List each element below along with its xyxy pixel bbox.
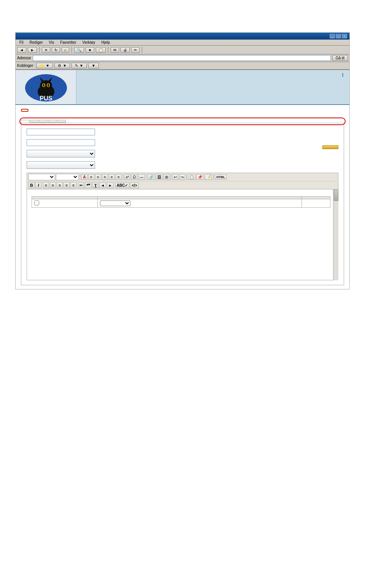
- redo-button[interactable]: ↪: [179, 174, 185, 180]
- paste-button[interactable]: 📌: [196, 174, 204, 180]
- tab-files[interactable]: [30, 120, 38, 123]
- justify-button[interactable]: ≡: [116, 174, 122, 180]
- toolbar-sep-6: [213, 174, 214, 180]
- sorted-select[interactable]: [27, 161, 95, 169]
- italic-button[interactable]: I: [35, 182, 41, 188]
- toolbar-separator-3: [108, 46, 108, 53]
- scrollbar-track[interactable]: [333, 189, 338, 280]
- svg-point-8: [48, 84, 49, 87]
- svg-point-2: [40, 80, 52, 91]
- ie-titlebar: _ □ ×: [16, 33, 349, 40]
- stop-button[interactable]: ✕: [42, 47, 50, 53]
- kontroller-button[interactable]: ⚙ ▼: [54, 63, 70, 68]
- toolbar-separator-2: [71, 46, 72, 53]
- toolbar-sep-5: [186, 174, 187, 180]
- table-type-select[interactable]: [100, 200, 130, 206]
- copy-button[interactable]: 📋: [188, 174, 195, 180]
- links-label: Koblinger: [17, 64, 33, 68]
- subsection-heading: [15, 18, 350, 25]
- wysiwyg-toolbar-2: B I ≡ ≡ ≡ ≡ ≡ ✂ ❝❞ T̲ ◄ ► ABC✓ </>: [27, 181, 338, 189]
- view-menu[interactable]: Vis: [47, 40, 57, 45]
- indent-button[interactable]: ≡: [102, 174, 108, 180]
- alias-input[interactable]: [27, 139, 95, 146]
- undo-button[interactable]: ↩: [172, 174, 178, 180]
- table-row-checkbox[interactable]: [34, 200, 39, 205]
- go-button[interactable]: Gå til: [332, 55, 348, 61]
- align-right-button[interactable]: ≡: [57, 182, 63, 188]
- autofyll-button[interactable]: ✎ ▼: [71, 63, 87, 68]
- page-title-input[interactable]: [27, 129, 95, 135]
- edit-button[interactable]: ✏: [131, 47, 140, 53]
- search-button[interactable]: 🔍: [74, 47, 84, 53]
- close-button[interactable]: ×: [342, 34, 347, 38]
- html-button[interactable]: HTML: [215, 175, 226, 180]
- ie-links-bar: Koblinger ⭐ ▼ ⚙ ▼ ✎ ▼ ▼: [16, 62, 349, 70]
- tools-menu[interactable]: Verktøy: [80, 40, 98, 45]
- outdent-button[interactable]: ≡: [109, 174, 115, 180]
- link-button[interactable]: 🔗: [148, 174, 155, 180]
- left-arrow-button[interactable]: ◄: [99, 183, 106, 188]
- align-center-button[interactable]: ≡: [50, 182, 56, 188]
- page-edit-title: [21, 109, 29, 112]
- tab-content[interactable]: [21, 120, 29, 123]
- content-editor-container: [27, 189, 338, 280]
- refresh-button[interactable]: ↻: [52, 47, 60, 53]
- ordered-list-button[interactable]: ≡: [95, 174, 101, 180]
- home-button[interactable]: ⌂: [62, 47, 69, 53]
- mail-button[interactable]: ✉: [111, 47, 119, 53]
- print-button[interactable]: 🖨: [121, 47, 130, 53]
- window-controls: _ □ ×: [330, 34, 347, 38]
- table-header-navn: [32, 197, 98, 199]
- unordered-list-button[interactable]: ≡: [88, 174, 94, 180]
- edit-menu[interactable]: Rediger: [27, 40, 45, 45]
- help-menu[interactable]: Hjelp: [99, 40, 112, 45]
- subpage-select[interactable]: [27, 150, 95, 157]
- align-full-button[interactable]: ≡: [70, 182, 76, 188]
- toolbar-separator-1: [39, 46, 40, 53]
- bookmark-button[interactable]: ⭐ ▼: [36, 63, 53, 68]
- extra-button[interactable]: ▼: [88, 63, 99, 68]
- wysiwyg-toolbar-1: A ≡ ≡ ≡ ≡ ≡ x² Ω — 🔗 🖼 ⊞ ↩ ↪: [27, 173, 338, 181]
- quote-button[interactable]: ❝❞: [85, 183, 92, 188]
- scrollbar-thumb[interactable]: [334, 189, 338, 201]
- favorites-button[interactable]: ★: [86, 47, 94, 53]
- history-button[interactable]: 📋: [96, 47, 106, 53]
- file-menu[interactable]: Fil: [17, 40, 26, 45]
- favorites-menu[interactable]: Favoritter: [58, 40, 78, 45]
- right-arrow-button[interactable]: ►: [107, 183, 114, 188]
- align-justify-button[interactable]: ≡: [63, 182, 70, 188]
- special-char-button[interactable]: Ω: [131, 174, 137, 180]
- superscript-button[interactable]: x²: [124, 174, 130, 180]
- form-left: [27, 128, 95, 173]
- address-label: Adresse: [17, 56, 31, 60]
- table-button[interactable]: ⊞: [163, 174, 170, 180]
- styles-select[interactable]: [56, 174, 79, 180]
- font-color-button[interactable]: A: [81, 174, 87, 180]
- spell-check-button[interactable]: ABC✓: [115, 183, 130, 188]
- tab-meta[interactable]: [39, 120, 48, 123]
- header-right: |: [76, 70, 349, 104]
- tab-password-security[interactable]: [48, 120, 57, 123]
- content-editor[interactable]: [27, 189, 338, 280]
- page-title-group: [27, 129, 95, 135]
- ie-menu-bar: Fil Rediger Vis Favoritter Verktøy Hjelp: [16, 40, 349, 46]
- forward-button[interactable]: ►: [28, 47, 37, 53]
- subpage-group: [27, 150, 95, 157]
- table-header-type: [98, 197, 302, 199]
- back-button[interactable]: ◄: [17, 47, 26, 53]
- maximize-button[interactable]: □: [336, 34, 341, 38]
- tab-advanced[interactable]: [57, 120, 66, 123]
- cut-button[interactable]: ✂: [78, 183, 84, 188]
- minimize-button[interactable]: _: [330, 34, 335, 38]
- horizontal-rule-button[interactable]: —: [138, 174, 145, 180]
- form-area: A ≡ ≡ ≡ ≡ ≡ x² Ω — 🔗 🖼 ⊞ ↩ ↪: [21, 123, 344, 285]
- source-button[interactable]: </>: [130, 183, 138, 188]
- address-input[interactable]: [33, 55, 331, 61]
- align-left-button[interactable]: ≡: [43, 182, 49, 188]
- bold-button[interactable]: B: [29, 182, 35, 188]
- save-button[interactable]: [322, 145, 338, 149]
- remove-format-button[interactable]: T̲: [92, 183, 98, 188]
- image-button[interactable]: 🖼: [156, 174, 163, 180]
- paste-text-button[interactable]: 📝: [205, 174, 212, 180]
- format-select[interactable]: [29, 174, 55, 180]
